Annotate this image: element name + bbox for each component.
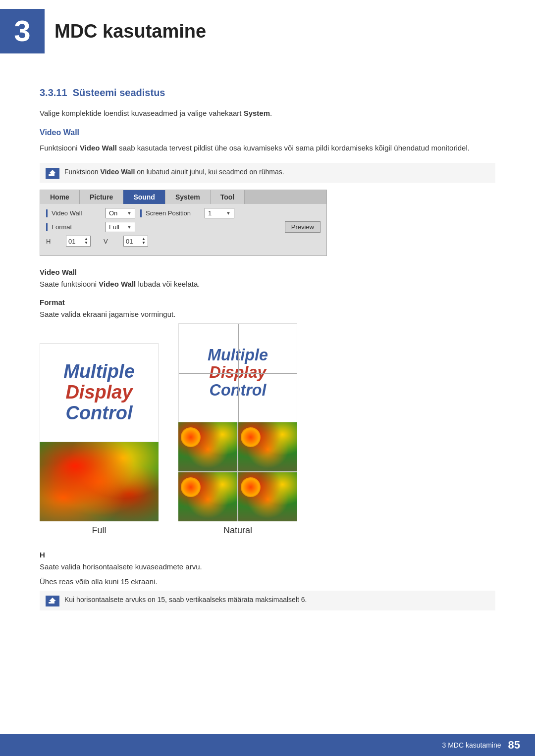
- ui-body: Video Wall On ▼ Screen Position 1 ▼: [40, 204, 326, 255]
- format-value: Full: [109, 223, 119, 231]
- format-subtext: Saate valida ekraani jagamise vormingut.: [40, 308, 495, 320]
- format-dropdown[interactable]: Full ▼: [106, 222, 135, 232]
- ui-tabs: Home Picture Sound System Tool: [40, 190, 326, 204]
- screen-position-dropdown[interactable]: 1 ▼: [205, 208, 234, 218]
- pencil-icon-2: [48, 597, 57, 605]
- note-text-2: Kui horisontaalsete arvuks on 15, saab v…: [64, 595, 307, 605]
- bar-icon-2: [140, 209, 142, 217]
- h-stepper[interactable]: 01 ▲▼: [66, 236, 91, 247]
- video-wall-heading: Video Wall: [40, 128, 495, 137]
- format-full-graphic: Multiple Display Control: [40, 343, 159, 442]
- v-label: V: [104, 238, 118, 245]
- tab-sound[interactable]: Sound: [123, 190, 165, 204]
- footer-page-number: 85: [508, 739, 520, 752]
- mdc-display-1: Display: [63, 382, 135, 403]
- chapter-number-box: 3: [0, 9, 45, 53]
- tab-tool[interactable]: Tool: [211, 190, 245, 204]
- tab-system[interactable]: System: [165, 190, 211, 204]
- format-images: Multiple Display Control Full Multiple D…: [40, 323, 495, 536]
- photo-cell-2: [238, 422, 297, 471]
- screen-position-label: Screen Position: [140, 209, 200, 217]
- bar-icon-3: [46, 223, 48, 231]
- tab-picture[interactable]: Picture: [80, 190, 123, 204]
- videowall-dropdown[interactable]: On ▼: [106, 208, 135, 218]
- pencil-icon: [48, 169, 57, 177]
- ui-panel: Home Picture Sound System Tool Video Wal…: [40, 190, 327, 256]
- format-natural-graphic: Multiple Display Control: [178, 323, 297, 422]
- photo-cell-4: [238, 472, 297, 521]
- videowall-sublabel: Video Wall: [40, 268, 495, 276]
- format-label-ui: Format: [46, 223, 101, 231]
- page-footer: 3 MDC kasutamine 85: [0, 734, 535, 756]
- ui-row-videowall: Video Wall On ▼ Screen Position 1 ▼: [46, 208, 321, 218]
- note-box-2: Kui horisontaalsete arvuks on 15, saab v…: [40, 591, 495, 610]
- dropdown-arrow-2: ▼: [226, 210, 231, 216]
- chapter-title: MDC kasutamine: [54, 21, 206, 42]
- h-text2: Ühes reas võib olla kuni 15 ekraani.: [40, 576, 495, 588]
- footer-text: 3 MDC kasutamine: [442, 741, 501, 749]
- note-text-1: Funktsioon Video Wall on lubatud ainult …: [64, 167, 284, 177]
- flower-photo-full: [40, 442, 159, 521]
- section-intro: Valige komplektide loendist kuvaseadmed …: [40, 107, 495, 119]
- screen-position-value: 1: [208, 209, 212, 217]
- bar-icon: [46, 209, 48, 217]
- main-content: 3.3.11 Süsteemi seadistus Valige komplek…: [0, 62, 535, 657]
- photo-cell-3: [178, 472, 237, 521]
- ui-row-hv: H 01 ▲▼ V 01 ▲▼: [46, 236, 321, 247]
- videowall-value: On: [109, 209, 117, 217]
- note-icon-2: [46, 596, 59, 606]
- v-value: 01: [126, 238, 133, 245]
- ui-row-format: Format Full ▼ Preview: [46, 221, 321, 233]
- flower-photo-natural: [178, 422, 297, 521]
- format-full-item: Multiple Display Control Full: [40, 343, 159, 536]
- note-box-1: Funktsioon Video Wall on lubatud ainult …: [40, 163, 495, 183]
- video-wall-intro: Funktsiooni Video Wall saab kasutada ter…: [40, 142, 495, 154]
- photo-cell-1: [178, 422, 237, 471]
- videowall-subtext: Saate funktsiooni Video Wall lubada või …: [40, 278, 495, 290]
- h-label: H: [46, 238, 61, 245]
- full-label: Full: [92, 525, 106, 536]
- h-arrows: ▲▼: [84, 237, 88, 245]
- chapter-number: 3: [14, 16, 30, 46]
- preview-button[interactable]: Preview: [285, 221, 321, 233]
- tab-home[interactable]: Home: [40, 190, 80, 204]
- mdc-control-1: Control: [63, 403, 135, 424]
- dropdown-arrow: ▼: [127, 210, 132, 216]
- h-value: 01: [68, 238, 75, 245]
- h-sublabel: H: [40, 551, 495, 559]
- natural-label: Natural: [223, 525, 252, 536]
- v-arrows: ▲▼: [142, 237, 146, 245]
- videowall-label: Video Wall: [46, 209, 101, 217]
- page-header: 3 MDC kasutamine: [0, 0, 535, 62]
- v-stepper[interactable]: 01 ▲▼: [123, 236, 148, 247]
- mdc-multiple-1: Multiple: [63, 361, 135, 382]
- h-text1: Saate valida horisontaalsete kuvaseadmet…: [40, 561, 495, 573]
- format-sublabel: Format: [40, 298, 495, 306]
- mdc-text-full: Multiple Display Control: [63, 361, 135, 423]
- note-icon-1: [46, 168, 59, 179]
- format-natural-item: Multiple Display Control Natural: [178, 323, 297, 536]
- dropdown-arrow-3: ▼: [127, 224, 132, 230]
- section-heading: 3.3.11 Süsteemi seadistus: [40, 87, 495, 99]
